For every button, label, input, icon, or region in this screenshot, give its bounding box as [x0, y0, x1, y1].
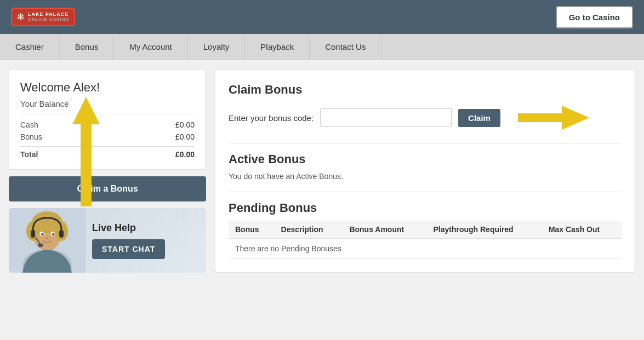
logo-sub-text: ONLINE CASINO	[28, 17, 70, 22]
col-bonus-amount: Bonus Amount	[343, 221, 426, 239]
total-balance-row: Total £0.00	[20, 146, 195, 160]
svg-marker-15	[518, 106, 589, 130]
table-row: There are no Pending Bonuses	[229, 239, 622, 259]
logo-snowflake-icon: ❄	[16, 11, 25, 23]
header: ❄ LAKE PALACE ONLINE CASINO Go to Casino	[0, 0, 644, 34]
col-max-cash-out: Max Cash Out	[542, 221, 622, 239]
active-bonus-title: Active Bonus	[229, 152, 622, 166]
svg-point-11	[52, 233, 54, 235]
arrow-up-svg	[72, 97, 100, 206]
left-panel: Welcome Alex! Your Balance Cash £0.00 Bo…	[9, 69, 206, 273]
col-playthrough: Playthrough Required	[426, 221, 542, 239]
no-pending-text: There are no Pending Bonuses	[229, 239, 622, 259]
arrow-right-annotation	[518, 106, 589, 130]
person-svg	[9, 208, 86, 273]
divider-2	[229, 192, 622, 192]
right-panel: Claim Bonus Enter your bonus code: Claim…	[215, 69, 635, 273]
logo-box: ❄ LAKE PALACE ONLINE CASINO	[11, 8, 75, 26]
svg-point-14	[38, 244, 43, 247]
nav-item-bonus[interactable]: Bonus	[60, 34, 115, 60]
go-to-casino-button[interactable]: Go to Casino	[556, 6, 633, 28]
logo-top-text: LAKE PALACE	[28, 12, 70, 18]
col-description: Description	[275, 221, 343, 239]
live-help-person-image	[9, 208, 86, 273]
bonus-value: £0.00	[175, 132, 195, 141]
cash-value: £0.00	[175, 120, 195, 129]
bonus-code-row: Enter your bonus code: Claim	[229, 106, 622, 130]
nav-item-contact-us[interactable]: Contact Us	[310, 34, 381, 60]
bonus-balance-row: Bonus £0.00	[20, 131, 195, 143]
live-help-title: Live Help	[92, 222, 200, 234]
claim-a-bonus-button[interactable]: Claim a Bonus	[9, 176, 206, 201]
nav-item-my-account[interactable]: My Account	[114, 34, 188, 60]
table-header-row: Bonus Description Bonus Amount Playthrou…	[229, 221, 622, 239]
col-bonus: Bonus	[229, 221, 275, 239]
svg-point-10	[41, 233, 43, 235]
svg-rect-12	[31, 230, 35, 238]
welcome-title: Welcome Alex!	[20, 80, 195, 95]
bonus-code-label: Enter your bonus code:	[229, 113, 314, 123]
claim-button[interactable]: Claim	[458, 109, 500, 127]
total-value: £0.00	[175, 150, 195, 159]
logo-text: LAKE PALACE ONLINE CASINO	[28, 12, 70, 22]
start-chat-button[interactable]: START CHAT	[92, 239, 165, 259]
cash-label: Cash	[20, 120, 38, 129]
pending-bonus-table: Bonus Description Bonus Amount Playthrou…	[229, 221, 622, 259]
total-label: Total	[20, 150, 38, 159]
your-balance-label: Your Balance	[20, 99, 195, 113]
bonus-code-input[interactable]	[320, 108, 452, 127]
welcome-card: Welcome Alex! Your Balance Cash £0.00 Bo…	[9, 69, 206, 170]
live-help-card: Live Help START CHAT	[9, 208, 206, 273]
svg-rect-13	[59, 230, 64, 238]
bonus-label: Bonus	[20, 132, 42, 141]
logo-container: ❄ LAKE PALACE ONLINE CASINO	[11, 8, 75, 26]
divider-1	[229, 143, 622, 143]
claim-bonus-title: Claim Bonus	[229, 83, 622, 97]
nav-item-playback[interactable]: Playback	[245, 34, 310, 60]
svg-marker-0	[72, 97, 100, 206]
main-content: Welcome Alex! Your Balance Cash £0.00 Bo…	[0, 60, 644, 339]
navigation: Cashier Bonus My Account Loyalty Playbac…	[0, 34, 644, 60]
nav-item-cashier[interactable]: Cashier	[0, 34, 60, 60]
cash-balance-row: Cash £0.00	[20, 119, 195, 131]
nav-item-loyalty[interactable]: Loyalty	[188, 34, 246, 60]
no-active-bonus-text: You do not have an Active Bonus.	[229, 172, 622, 181]
live-help-content: Live Help START CHAT	[86, 217, 206, 264]
pending-bonus-title: Pending Bonus	[229, 201, 622, 215]
